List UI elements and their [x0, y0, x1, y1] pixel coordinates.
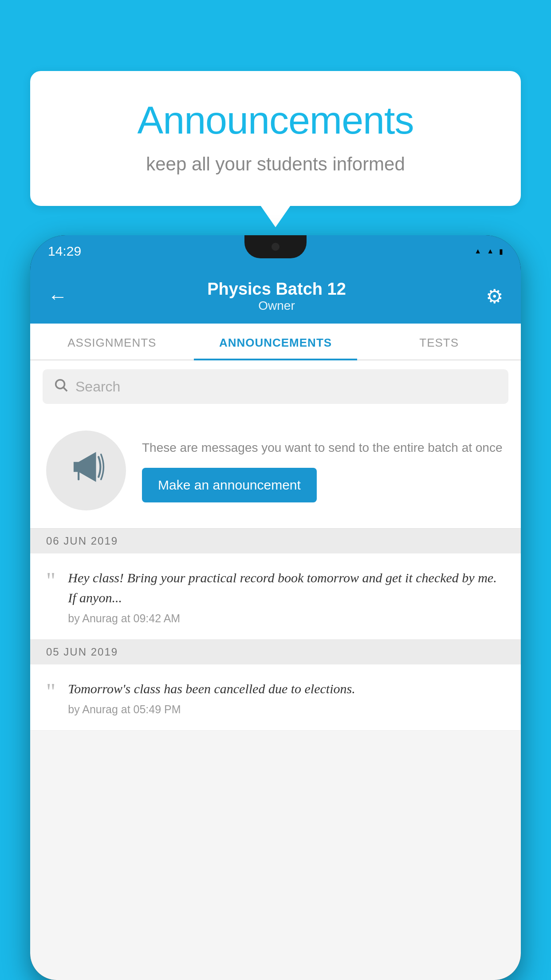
signal-icon: ▲ — [487, 247, 494, 255]
back-button[interactable]: ← — [48, 285, 67, 308]
search-bar: Search — [30, 360, 521, 413]
megaphone-icon — [66, 447, 106, 494]
header-subtitle: Owner — [67, 299, 486, 313]
status-icons: ▲ ▲ ▮ — [474, 247, 503, 256]
promo-right: These are messages you want to send to t… — [142, 439, 505, 502]
speech-bubble-subtitle: keep all your students informed — [66, 154, 485, 175]
announcement-text-1: Hey class! Bring your practical record b… — [68, 568, 505, 608]
header-center: Physics Batch 12 Owner — [67, 280, 486, 313]
svg-point-0 — [56, 380, 65, 389]
quote-icon-1: " — [46, 569, 55, 593]
wifi-icon: ▲ — [474, 247, 481, 255]
search-icon — [53, 377, 68, 396]
announcement-meta-2: by Anurag at 05:49 PM — [68, 703, 505, 716]
tab-tests[interactable]: TESTS — [357, 324, 521, 360]
tab-announcements[interactable]: ANNOUNCEMENTS — [194, 324, 358, 360]
status-time: 14:29 — [48, 244, 81, 259]
announcement-item-1[interactable]: " Hey class! Bring your practical record… — [30, 553, 521, 640]
notch — [244, 235, 307, 258]
content-area: Search These are message — [30, 360, 521, 980]
announcement-meta-1: by Anurag at 09:42 AM — [68, 612, 505, 625]
promo-icon-circle — [46, 431, 126, 510]
tabs-bar: ASSIGNMENTS ANNOUNCEMENTS TESTS — [30, 324, 521, 360]
date-divider-1: 06 JUN 2019 — [30, 529, 521, 553]
speech-bubble-container: Announcements keep all your students inf… — [30, 71, 521, 206]
svg-line-1 — [63, 387, 67, 391]
battery-icon: ▮ — [499, 247, 503, 256]
speech-bubble: Announcements keep all your students inf… — [30, 71, 521, 206]
date-divider-2: 05 JUN 2019 — [30, 640, 521, 664]
promo-description: These are messages you want to send to t… — [142, 439, 505, 457]
app-header: ← Physics Batch 12 Owner ⚙ — [30, 267, 521, 324]
announcement-text-2: Tomorrow's class has been cancelled due … — [68, 679, 505, 699]
gear-icon[interactable]: ⚙ — [486, 285, 503, 308]
status-bar: 14:29 ▲ ▲ ▮ — [30, 235, 521, 267]
announcement-item-2[interactable]: " Tomorrow's class has been cancelled du… — [30, 664, 521, 731]
speech-bubble-title: Announcements — [66, 98, 485, 143]
tab-assignments[interactable]: ASSIGNMENTS — [30, 324, 194, 360]
header-title: Physics Batch 12 — [67, 280, 486, 299]
make-announcement-button[interactable]: Make an announcement — [142, 468, 317, 502]
camera-dot — [272, 243, 279, 251]
announcement-content-1: Hey class! Bring your practical record b… — [68, 568, 505, 625]
announcement-content-2: Tomorrow's class has been cancelled due … — [68, 679, 505, 716]
quote-icon-2: " — [46, 680, 55, 703]
search-input-wrapper[interactable]: Search — [43, 369, 508, 404]
promo-section: These are messages you want to send to t… — [30, 413, 521, 529]
phone-frame: 14:29 ▲ ▲ ▮ ← Physics Batch 12 Owner ⚙ A… — [30, 235, 521, 980]
search-placeholder: Search — [75, 379, 120, 395]
